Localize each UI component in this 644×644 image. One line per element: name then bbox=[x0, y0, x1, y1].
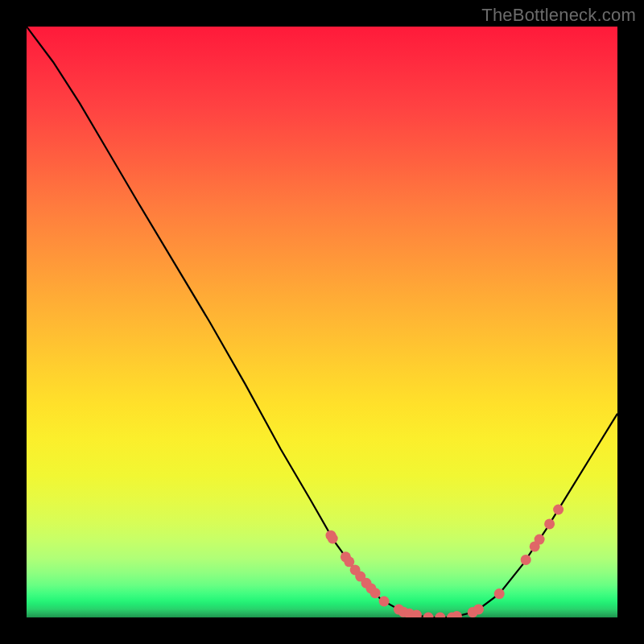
data-point bbox=[553, 505, 564, 515]
data-point bbox=[544, 518, 555, 529]
data-point bbox=[535, 535, 545, 545]
watermark-text: TheBottleneck.com bbox=[481, 5, 636, 26]
data-point bbox=[521, 555, 531, 565]
data-point bbox=[452, 611, 462, 617]
data-point bbox=[423, 613, 434, 618]
chart-svg bbox=[27, 27, 617, 617]
data-point bbox=[370, 588, 381, 598]
data-point bbox=[435, 613, 445, 618]
chart-plot-area bbox=[27, 27, 617, 617]
data-points-group bbox=[326, 505, 564, 618]
data-point bbox=[473, 604, 484, 614]
data-point bbox=[494, 588, 505, 599]
data-point bbox=[379, 597, 390, 607]
performance-curve bbox=[27, 27, 617, 617]
data-point bbox=[328, 534, 338, 544]
